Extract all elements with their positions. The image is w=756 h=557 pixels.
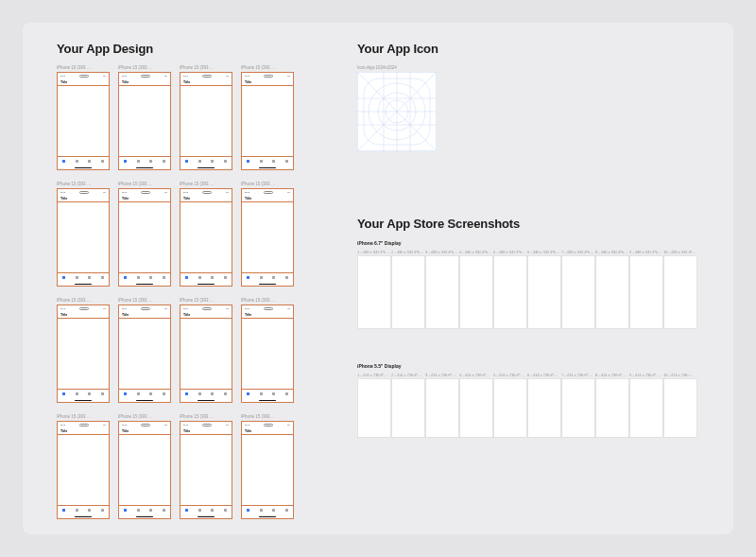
tab-item[interactable] — [198, 509, 201, 512]
phone-frame[interactable]: 9:41•••Title — [241, 305, 294, 403]
phone-frame[interactable]: 9:41•••Title — [241, 188, 294, 287]
tab-item[interactable] — [101, 276, 104, 279]
tab-item[interactable] — [260, 509, 263, 512]
phone-frame[interactable]: 9:41•••Title — [180, 188, 232, 287]
tab-item[interactable] — [163, 509, 165, 512]
phone-frame[interactable]: 9:41•••Title — [241, 421, 294, 519]
tab-item[interactable] — [285, 392, 288, 395]
tab-item[interactable] — [124, 509, 127, 512]
tab-item[interactable] — [163, 276, 165, 279]
tab-item[interactable] — [211, 392, 214, 395]
tab-item[interactable] — [272, 276, 275, 279]
tab-item[interactable] — [198, 392, 201, 395]
tab-item[interactable] — [272, 160, 275, 163]
tab-item[interactable] — [185, 509, 188, 512]
screenshot-frame[interactable] — [425, 255, 459, 329]
phone-frame[interactable]: 9:41•••Title — [57, 421, 110, 519]
tab-item[interactable] — [62, 392, 65, 395]
screenshot-frame[interactable] — [425, 378, 459, 438]
tab-item[interactable] — [62, 276, 65, 279]
screenshot-frame[interactable] — [459, 255, 493, 329]
tab-item[interactable] — [163, 392, 165, 395]
tab-item[interactable] — [285, 160, 288, 163]
tab-item[interactable] — [149, 392, 152, 395]
tab-item[interactable] — [149, 276, 152, 279]
tab-item[interactable] — [272, 509, 275, 512]
tab-item[interactable] — [137, 392, 140, 395]
screenshot-frame[interactable] — [595, 255, 629, 329]
tab-item[interactable] — [285, 509, 288, 512]
tab-item[interactable] — [76, 509, 78, 512]
screenshot-frame[interactable] — [561, 378, 595, 438]
tab-item[interactable] — [224, 509, 227, 512]
phone-frame[interactable]: 9:41•••Title — [180, 72, 232, 170]
screenshot-frame[interactable] — [527, 255, 561, 329]
tab-item[interactable] — [247, 509, 249, 512]
tab-item[interactable] — [76, 276, 78, 279]
tab-item[interactable] — [137, 160, 140, 163]
tab-item[interactable] — [124, 160, 127, 163]
screenshot-frame[interactable] — [595, 378, 629, 438]
screenshot-frame[interactable] — [663, 378, 697, 438]
phone-frame[interactable]: 9:41•••Title — [241, 72, 294, 170]
screenshot-frame[interactable] — [459, 378, 493, 438]
tab-item[interactable] — [224, 276, 227, 279]
phone-frame[interactable]: 9:41•••Title — [118, 421, 171, 519]
tab-item[interactable] — [88, 392, 91, 395]
tab-item[interactable] — [101, 160, 104, 163]
tab-item[interactable] — [224, 160, 227, 163]
tab-item[interactable] — [260, 392, 263, 395]
tab-item[interactable] — [198, 276, 201, 279]
phone-frame[interactable]: 9:41•••Title — [57, 72, 110, 170]
tab-item[interactable] — [185, 276, 188, 279]
screenshot-frame[interactable] — [629, 255, 663, 329]
tab-item[interactable] — [101, 509, 104, 512]
screenshot-frame[interactable] — [357, 255, 391, 329]
tab-item[interactable] — [163, 160, 165, 163]
screenshot-frame[interactable] — [493, 378, 527, 438]
tab-item[interactable] — [76, 160, 78, 163]
tab-item[interactable] — [88, 509, 91, 512]
tab-item[interactable] — [185, 392, 188, 395]
screenshot-frame[interactable] — [629, 378, 663, 438]
phone-frame[interactable]: 9:41•••Title — [180, 421, 232, 519]
phone-frame[interactable]: 9:41•••Title — [180, 305, 232, 403]
tab-item[interactable] — [137, 276, 140, 279]
screenshot-frame[interactable] — [391, 378, 425, 438]
tab-item[interactable] — [247, 392, 249, 395]
tab-item[interactable] — [76, 392, 78, 395]
phone-frame[interactable]: 9:41•••Title — [118, 188, 171, 287]
phone-frame[interactable]: 9:41•••Title — [118, 72, 171, 170]
screenshot-frame[interactable] — [357, 378, 391, 438]
tab-item[interactable] — [137, 509, 140, 512]
tab-item[interactable] — [260, 160, 263, 163]
screenshot-frame[interactable] — [527, 378, 561, 438]
tab-item[interactable] — [224, 392, 227, 395]
tab-item[interactable] — [62, 509, 65, 512]
tab-item[interactable] — [149, 160, 152, 163]
tab-item[interactable] — [211, 509, 214, 512]
screenshot-frame[interactable] — [493, 255, 527, 329]
tab-item[interactable] — [272, 392, 275, 395]
tab-item[interactable] — [211, 276, 214, 279]
screenshot-frame[interactable] — [391, 255, 425, 329]
tab-item[interactable] — [124, 276, 127, 279]
tab-item[interactable] — [198, 160, 201, 163]
tab-item[interactable] — [62, 160, 65, 163]
tab-item[interactable] — [247, 160, 249, 163]
app-icon-frame[interactable] — [357, 72, 437, 151]
phone-frame[interactable]: 9:41•••Title — [118, 305, 171, 403]
screenshot-frame[interactable] — [561, 255, 595, 329]
design-canvas[interactable]: Your App Design Your App Icon Your App S… — [23, 23, 733, 534]
tab-item[interactable] — [260, 276, 263, 279]
tab-item[interactable] — [211, 160, 214, 163]
tab-item[interactable] — [88, 160, 91, 163]
tab-item[interactable] — [149, 509, 152, 512]
tab-item[interactable] — [88, 276, 91, 279]
tab-item[interactable] — [285, 276, 288, 279]
tab-item[interactable] — [247, 276, 249, 279]
phone-frame[interactable]: 9:41•••Title — [57, 188, 110, 287]
tab-item[interactable] — [101, 392, 104, 395]
screenshot-frame[interactable] — [663, 255, 697, 329]
tab-item[interactable] — [124, 392, 127, 395]
